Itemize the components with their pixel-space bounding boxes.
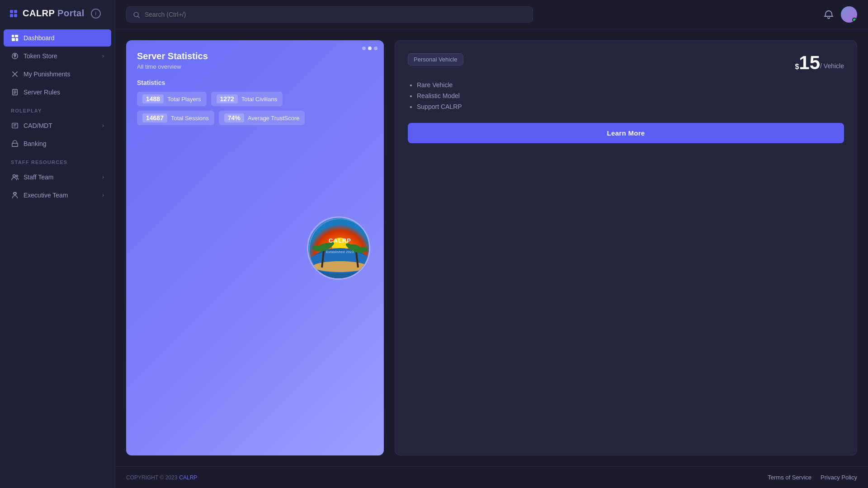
topbar-right (824, 6, 857, 23)
sidebar-item-executive-team-label: Executive Team (24, 192, 98, 199)
server-rules-icon (11, 88, 19, 96)
vehicle-features: Rare Vehicle Realistic Model Support CAL… (408, 81, 844, 110)
stat-total-players: 1488 Total Players (137, 92, 207, 106)
sidebar-item-staff-team[interactable]: Staff Team › (4, 169, 111, 186)
svg-point-27 (313, 261, 367, 272)
dot-2[interactable] (368, 47, 372, 50)
sidebar-item-server-rules-label: Server Rules (24, 89, 104, 96)
sidebar-item-dashboard[interactable]: Dashboard (4, 29, 111, 47)
stat-trust-score: 74% Average TrustScore (219, 111, 305, 125)
svg-text:Established 2023: Established 2023 (326, 250, 354, 253)
dashboard-content: Server Statistics All time overview Stat… (115, 29, 868, 466)
feature-support-calrp: Support CALRP (417, 103, 844, 110)
stat-total-sessions: 14687 Total Sessions (137, 111, 214, 125)
footer-links: Terms of Service Privacy Policy (768, 474, 857, 481)
sidebar-item-token-store[interactable]: Token Store › (4, 47, 111, 65)
info-icon[interactable]: i (91, 9, 101, 19)
stats-card-subtitle: All time overview (137, 63, 373, 70)
section-roleplay: ROLEPLAY (0, 102, 115, 116)
svg-rect-3 (14, 14, 17, 17)
cad-mdt-icon (11, 122, 19, 130)
vehicle-card-top: Personal Vehicle $ 15 / Vehicle (408, 53, 844, 72)
sidebar-item-banking[interactable]: Banking (4, 135, 111, 152)
vehicle-price: $ 15 / Vehicle (795, 53, 844, 72)
svg-point-17 (13, 175, 15, 177)
stat-trust-score-label: Average TrustScore (248, 115, 300, 122)
learn-more-button[interactable]: Learn More (408, 123, 844, 143)
feature-realistic-model: Realistic Model (417, 92, 844, 99)
svg-text:CALRP: CALRP (329, 237, 351, 244)
sidebar-nav: Dashboard Token Store › (0, 27, 115, 488)
avatar[interactable] (841, 6, 857, 23)
svg-rect-7 (16, 38, 18, 41)
chevron-right-icon-4: › (102, 192, 104, 198)
sidebar-item-banking-label: Banking (24, 140, 104, 147)
dot-1[interactable] (362, 47, 366, 50)
logo-text: CALRP Portal (23, 8, 85, 19)
stat-total-sessions-label: Total Sessions (171, 115, 209, 122)
chevron-right-icon-3: › (102, 174, 104, 180)
sidebar-item-cad-mdt[interactable]: CAD/MDT › (4, 117, 111, 134)
stats-card: Server Statistics All time overview Stat… (126, 40, 384, 455)
sidebar-logo: CALRP Portal i (0, 0, 115, 27)
footer-link-terms[interactable]: Terms of Service (768, 474, 811, 481)
svg-point-18 (16, 175, 18, 177)
token-store-icon (11, 52, 19, 60)
main-content: Server Statistics All time overview Stat… (115, 0, 868, 488)
search-bar[interactable] (126, 6, 533, 23)
logo-icon (9, 9, 18, 18)
feature-rare-vehicle: Rare Vehicle (417, 81, 844, 89)
footer: COPYRIGHT © 2023 CALRP Terms of Service … (115, 466, 868, 488)
carousel-dots (362, 47, 377, 50)
svg-rect-13 (12, 123, 18, 128)
stat-total-civilians-value: 1272 (217, 94, 238, 103)
svg-rect-6 (12, 38, 15, 41)
executive-team-icon (11, 191, 19, 199)
punishments-icon (11, 70, 19, 78)
price-dollar: $ (795, 63, 799, 71)
chevron-right-icon-2: › (102, 122, 104, 129)
sidebar-item-server-rules[interactable]: Server Rules (4, 84, 111, 101)
dashboard-icon (11, 34, 19, 42)
stats-card-title: Server Statistics (137, 51, 373, 61)
stat-total-players-label: Total Players (167, 96, 201, 103)
stat-total-civilians-label: Total Civilians (241, 96, 277, 103)
calrp-logo-circle: CALRP Established 2023 (307, 216, 370, 280)
banking-icon (11, 140, 19, 148)
footer-copyright-text: COPYRIGHT © 2023 (126, 474, 177, 481)
stat-trust-score-value: 74% (224, 113, 244, 122)
sidebar-item-staff-team-label: Staff Team (24, 174, 98, 181)
svg-rect-16 (12, 143, 18, 146)
sidebar: CALRP Portal i Dashboard (0, 0, 115, 488)
sidebar-item-token-store-label: Token Store (24, 52, 98, 60)
stats-section-label: Statistics (137, 79, 373, 86)
search-icon (133, 10, 140, 19)
section-staff-resources: STAFF RESOURCES (0, 153, 115, 168)
footer-copyright: COPYRIGHT © 2023 CALRP (126, 474, 197, 481)
search-input[interactable] (145, 11, 526, 18)
sidebar-item-cad-mdt-label: CAD/MDT (24, 122, 98, 129)
dot-3[interactable] (374, 47, 377, 50)
stats-grid: 1488 Total Players 1272 Total Civilians … (137, 92, 373, 125)
topbar (115, 0, 868, 29)
chevron-right-icon: › (102, 53, 104, 59)
stat-total-players-value: 1488 (142, 94, 164, 103)
vehicle-badge: Personal Vehicle (408, 53, 463, 66)
svg-rect-1 (14, 10, 17, 13)
stat-total-sessions-value: 14687 (142, 113, 167, 122)
footer-link-privacy[interactable]: Privacy Policy (821, 474, 857, 481)
sidebar-item-dashboard-label: Dashboard (24, 34, 104, 42)
svg-line-21 (138, 16, 140, 18)
vehicle-card: Personal Vehicle $ 15 / Vehicle Rare Veh… (395, 40, 857, 455)
stats-row-1: 1488 Total Players 1272 Total Civilians (137, 92, 373, 106)
svg-rect-4 (12, 35, 14, 37)
notification-bell-icon[interactable] (824, 9, 834, 20)
svg-rect-2 (10, 14, 13, 17)
online-status-dot (852, 18, 857, 22)
sidebar-item-executive-team[interactable]: Executive Team › (4, 187, 111, 204)
svg-rect-5 (15, 35, 18, 37)
price-per: / Vehicle (820, 62, 844, 70)
svg-rect-0 (10, 10, 13, 13)
footer-brand: CALRP (179, 474, 197, 481)
sidebar-item-my-punishments[interactable]: My Punishments (4, 66, 111, 83)
